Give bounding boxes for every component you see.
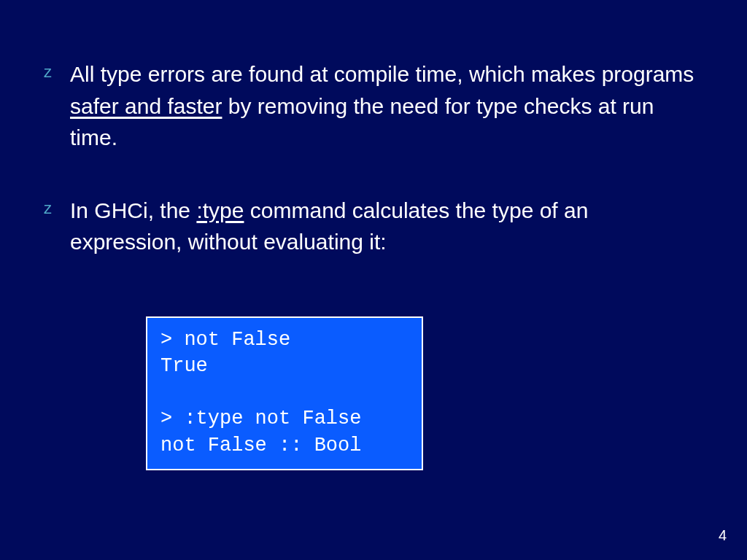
slide-content: z All type errors are found at compile t… (0, 0, 747, 470)
bullet-item: z All type errors are found at compile t… (44, 58, 703, 154)
code-line: not False :: Bool (160, 432, 409, 459)
bullet-text: All type errors are found at compile tim… (70, 58, 703, 154)
bullet-text: In GHCi, the :type command calculates th… (70, 195, 703, 258)
code-line: True (160, 353, 409, 379)
bullet-marker: z (44, 63, 57, 82)
bullet-marker: z (44, 199, 57, 218)
code-box: > not FalseTrue> :type not Falsenot Fals… (146, 316, 423, 471)
code-line: > not False (160, 327, 409, 353)
code-line: > :type not False (160, 405, 409, 432)
page-number: 4 (719, 527, 727, 544)
bullet-item: z In GHCi, the :type command calculates … (44, 195, 703, 258)
